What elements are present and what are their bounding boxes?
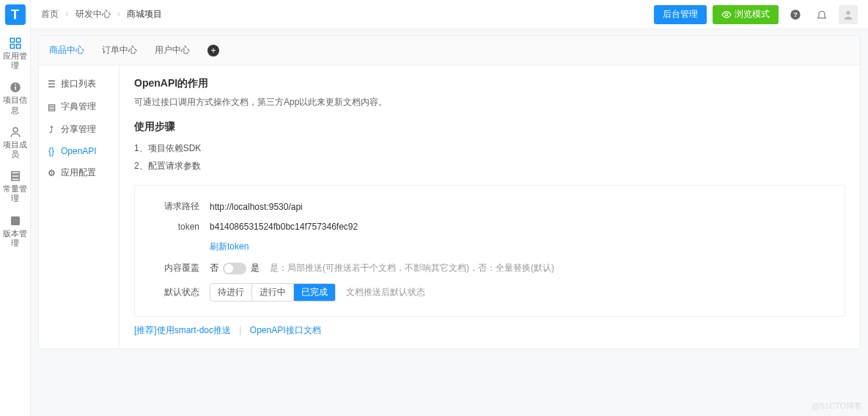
step-item: 1、项目依赖SDK: [134, 139, 845, 157]
nav-item-version[interactable]: 版本管理: [0, 210, 31, 254]
svg-rect-0: [10, 38, 14, 42]
sidebar-item-label: 分享管理: [61, 123, 96, 136]
nav-label: 项目成员: [0, 140, 31, 159]
sidebar-item-api-list[interactable]: ☰ 接口列表: [39, 73, 119, 95]
app-logo[interactable]: T: [5, 4, 26, 25]
preview-button[interactable]: 浏览模式: [713, 5, 779, 24]
form-label: 内容覆盖: [148, 262, 199, 274]
step-list: 1、项目依赖SDK 2、配置请求参数: [134, 139, 845, 175]
svg-rect-2: [10, 45, 14, 48]
token-value: b414086531524fb0bc14f757346fec92: [210, 222, 358, 232]
module-tabs: 商品中心 订单中心 用户中心 +: [39, 36, 860, 65]
left-navbar: T 应用管理 项目信息 项目成员 常量管理 版本管理: [0, 0, 31, 416]
user-icon: [9, 125, 22, 139]
footer-links: [推荐]使用smart-doc推送 | OpenAPI接口文档: [134, 317, 845, 337]
crumb-home[interactable]: 首页: [41, 9, 59, 19]
status-hint: 文档推送后默认状态: [346, 286, 425, 299]
section-desc: 可通过接口调用方式操作文档，第三方App以此来更新文档内容。: [134, 96, 845, 109]
svg-rect-6: [15, 84, 16, 86]
breadcrumb: 首页 › 研发中心 › 商城项目: [41, 8, 162, 21]
form-label: 默认状态: [148, 286, 199, 299]
sidebar-item-share[interactable]: ⤴ 分享管理: [39, 118, 119, 141]
help-icon[interactable]: ?: [786, 5, 805, 24]
tab-goods[interactable]: 商品中心: [49, 44, 84, 56]
crumb-center[interactable]: 研发中心: [76, 9, 111, 19]
cover-switch[interactable]: [223, 263, 246, 274]
sidebar-item-label: 接口列表: [61, 78, 96, 90]
bell-icon[interactable]: [812, 5, 831, 24]
status-opt-progress[interactable]: 进行中: [252, 284, 294, 301]
form-label: token: [148, 222, 199, 232]
nav-item-apps[interactable]: 应用管理: [0, 32, 31, 76]
section-title: OpenAPI的作用: [134, 77, 845, 90]
avatar[interactable]: [839, 5, 858, 24]
chevron-right-icon: ›: [117, 9, 120, 19]
tab-orders[interactable]: 订单中心: [102, 44, 137, 56]
status-opt-done[interactable]: 已完成: [294, 284, 335, 301]
sidebar-item-appcfg[interactable]: ⚙ 应用配置: [39, 161, 119, 184]
svg-rect-8: [11, 172, 19, 174]
admin-button[interactable]: 后台管理: [654, 5, 707, 24]
nav-item-const[interactable]: 常量管理: [0, 165, 31, 209]
brackets-icon: {}: [46, 146, 56, 156]
sidebar: ☰ 接口列表 ▤ 字典管理 ⤴ 分享管理 {}: [39, 65, 119, 349]
chevron-right-icon: ›: [65, 9, 68, 19]
form-label: 请求路径: [148, 200, 199, 213]
svg-rect-1: [16, 38, 20, 42]
sidebar-item-label: 应用配置: [61, 167, 96, 179]
preview-label: 浏览模式: [735, 8, 770, 21]
info-icon: [9, 81, 22, 94]
share-icon: ⤴: [46, 125, 56, 135]
tab-add-button[interactable]: +: [207, 45, 219, 56]
smartdoc-link[interactable]: [推荐]使用smart-doc推送: [134, 325, 231, 335]
svg-rect-5: [15, 87, 16, 90]
nav-label: 应用管理: [0, 51, 31, 70]
svg-point-15: [846, 10, 850, 14]
svg-point-7: [13, 128, 18, 132]
request-path-value: http://localhost:9530/api: [210, 202, 303, 212]
sidebar-item-dict[interactable]: ▤ 字典管理: [39, 95, 119, 118]
book-icon: ▤: [46, 102, 56, 112]
openapi-doc-link[interactable]: OpenAPI接口文档: [250, 325, 321, 335]
sidebar-item-openapi[interactable]: {} OpenAPI: [39, 141, 119, 161]
sidebar-item-label: 字典管理: [61, 101, 96, 113]
cover-hint: 是：局部推送(可推送若干个文档，不影响其它文档)，否：全量替换(默认): [270, 262, 554, 274]
svg-rect-9: [11, 175, 19, 178]
grid-icon: [9, 37, 22, 50]
svg-rect-10: [11, 178, 19, 180]
svg-text:?: ?: [793, 11, 798, 18]
section-title: 使用步骤: [134, 120, 845, 134]
status-segmented: 待进行 进行中 已完成: [210, 283, 336, 302]
svg-point-12: [725, 13, 728, 16]
nav-item-members[interactable]: 项目成员: [0, 121, 31, 165]
content-panel: OpenAPI的作用 可通过接口调用方式操作文档，第三方App以此来更新文档内容…: [119, 65, 860, 349]
nav-item-info[interactable]: 项目信息: [0, 76, 31, 120]
list-icon: ☰: [46, 79, 56, 90]
svg-rect-3: [16, 45, 20, 48]
switch-yes-label: 是: [251, 262, 260, 274]
config-form: 请求路径 http://localhost:9530/api token b41…: [134, 185, 845, 317]
crumb-current: 商城项目: [127, 9, 162, 19]
eye-icon: [721, 10, 732, 20]
tab-users[interactable]: 用户中心: [155, 44, 190, 56]
watermark: @51CTO博客: [812, 401, 862, 412]
topbar: 首页 › 研发中心 › 商城项目 后台管理 浏览模式 ?: [31, 0, 868, 29]
nav-label: 常量管理: [0, 184, 31, 203]
nav-label: 项目信息: [0, 95, 31, 114]
svg-rect-11: [11, 216, 20, 225]
status-opt-pending[interactable]: 待进行: [210, 284, 252, 301]
refresh-token-link[interactable]: 刷新token: [210, 241, 249, 253]
gear-icon: ⚙: [46, 168, 56, 178]
step-item: 2、配置请求参数: [134, 157, 845, 175]
database-icon: [9, 169, 22, 183]
switch-no-label: 否: [210, 262, 218, 274]
sidebar-item-label: OpenAPI: [61, 146, 97, 156]
archive-icon: [9, 214, 22, 227]
nav-label: 版本管理: [0, 229, 31, 248]
